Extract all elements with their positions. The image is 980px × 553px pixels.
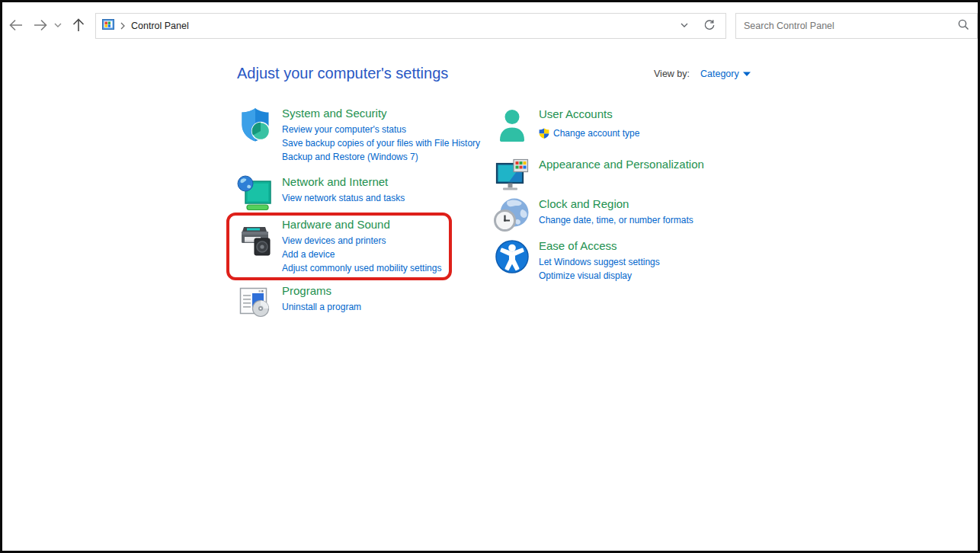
category-title-user-accounts[interactable]: User Accounts	[539, 107, 639, 121]
programs-icon[interactable]	[237, 283, 274, 320]
category-appearance-and-personalization: Appearance and Personalization	[494, 157, 704, 193]
up-button[interactable]	[68, 15, 89, 37]
category-network-and-internet: Network and Internet View network status…	[237, 174, 405, 211]
appearance-personalization-icon[interactable]	[494, 157, 530, 193]
link-uninstall-a-program[interactable]: Uninstall a program	[282, 300, 361, 314]
forward-button[interactable]	[30, 15, 51, 37]
category-user-accounts: User Accounts Change account type	[494, 107, 639, 143]
category-clock-and-region: Clock and Region Change date, time, or n…	[494, 197, 693, 233]
user-accounts-icon[interactable]	[494, 107, 530, 143]
breadcrumb-control-panel[interactable]: Control Panel	[131, 21, 189, 31]
system-security-icon[interactable]	[237, 106, 274, 142]
clock-region-icon[interactable]	[494, 197, 530, 233]
link-file-history-backup[interactable]: Save backup copies of your files with Fi…	[282, 136, 480, 150]
navigation-toolbar: Control Panel	[2, 2, 978, 50]
network-internet-icon[interactable]	[237, 174, 274, 211]
link-change-account-type-label: Change account type	[553, 126, 639, 140]
forward-icon	[31, 16, 50, 37]
category-hardware-and-sound: Hardware and Sound View devices and prin…	[237, 217, 441, 275]
category-title-clock-and-region[interactable]: Clock and Region	[539, 197, 693, 211]
address-dropdown-button[interactable]	[674, 16, 694, 36]
link-add-a-device[interactable]: Add a device	[282, 248, 441, 261]
category-title-appearance-and-personalization[interactable]: Appearance and Personalization	[539, 157, 704, 171]
back-icon	[7, 16, 25, 37]
category-title-ease-of-access[interactable]: Ease of Access	[539, 238, 660, 253]
link-review-computer-status[interactable]: Review your computer's status	[282, 123, 480, 136]
link-view-network-status[interactable]: View network status and tasks	[282, 191, 405, 205]
hardware-sound-icon[interactable]	[237, 221, 274, 257]
view-by-value: Category	[700, 69, 739, 79]
category-dropdown-arrow-icon	[743, 69, 751, 79]
address-dropdown-icon	[680, 21, 689, 32]
uac-shield-icon	[539, 128, 549, 139]
refresh-icon	[703, 18, 716, 34]
link-adjust-mobility-settings[interactable]: Adjust commonly used mobility settings	[282, 261, 441, 275]
control-panel-icon	[102, 18, 114, 34]
view-by-control: View by: Category	[654, 69, 751, 79]
page-title: Adjust your computer's settings	[237, 65, 448, 82]
address-bar[interactable]: Control Panel	[95, 13, 726, 39]
category-system-and-security: System and Security Review your computer…	[237, 106, 480, 164]
breadcrumb-chevron-icon	[120, 19, 126, 33]
search-icon[interactable]	[957, 18, 969, 34]
view-by-label: View by:	[654, 69, 690, 79]
category-programs: Programs Uninstall a program	[237, 283, 361, 320]
link-backup-restore-windows7[interactable]: Backup and Restore (Windows 7)	[282, 150, 480, 164]
category-ease-of-access: Ease of Access Let Windows suggest setti…	[494, 238, 660, 283]
back-button[interactable]	[5, 15, 27, 37]
link-let-windows-suggest-settings[interactable]: Let Windows suggest settings	[539, 255, 660, 269]
link-optimize-visual-display[interactable]: Optimize visual display	[539, 269, 660, 283]
link-change-date-time-formats[interactable]: Change date, time, or number formats	[539, 213, 693, 227]
control-panel-window: Control Panel	[0, 0, 980, 553]
category-title-network-and-internet[interactable]: Network and Internet	[282, 174, 405, 189]
category-title-programs[interactable]: Programs	[282, 283, 361, 298]
recent-locations-button[interactable]	[50, 15, 66, 37]
view-by-dropdown[interactable]: Category	[700, 69, 751, 79]
search-input[interactable]	[744, 21, 953, 31]
refresh-button[interactable]	[700, 16, 719, 36]
search-field-container	[735, 13, 978, 39]
link-change-account-type[interactable]: Change account type	[539, 126, 639, 140]
link-view-devices-and-printers[interactable]: View devices and printers	[282, 234, 441, 248]
category-title-system-and-security[interactable]: System and Security	[282, 106, 480, 120]
ease-of-access-icon[interactable]	[494, 238, 530, 275]
recent-locations-icon	[53, 21, 62, 32]
category-title-hardware-and-sound[interactable]: Hardware and Sound	[282, 217, 441, 232]
up-icon	[69, 16, 88, 37]
